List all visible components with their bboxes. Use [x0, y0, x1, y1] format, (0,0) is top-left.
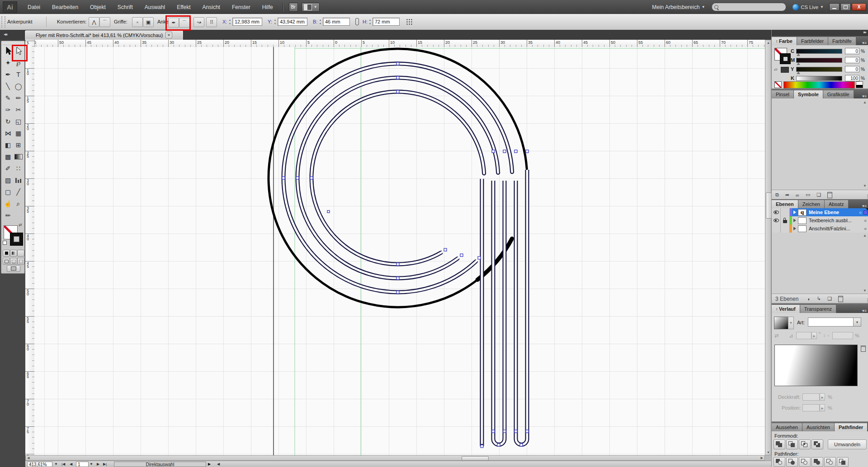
none-mode-button[interactable]	[17, 250, 24, 257]
out-of-gamut-icon[interactable]: ▱	[774, 67, 778, 72]
status-expand-icon[interactable]: ▶	[208, 462, 211, 466]
m-slider[interactable]	[796, 58, 842, 63]
b-stepper[interactable]: ▲▼	[318, 18, 322, 26]
pathfinder-outline-button[interactable]	[824, 457, 836, 467]
make-mask-icon[interactable]: ◐	[807, 296, 811, 302]
close-tab-icon[interactable]: ✕	[165, 32, 172, 38]
pathfinder-divide-button[interactable]	[774, 457, 785, 467]
pathfinder-crop-button[interactable]	[811, 457, 823, 467]
canvas[interactable]	[34, 47, 765, 455]
search-input[interactable]	[712, 3, 786, 11]
workspace-switcher[interactable]: Mein Arbeitsbereich ▼	[652, 4, 705, 10]
show-handles-button[interactable]: ▣	[143, 17, 154, 27]
delete-layer-icon[interactable]	[838, 296, 843, 302]
scissors-tool[interactable]: ✂	[13, 104, 24, 115]
aspect-field[interactable]	[832, 332, 853, 339]
c-slider[interactable]	[796, 49, 842, 54]
scroll-up-icon[interactable]: ▲	[767, 41, 770, 44]
color-mode-button[interactable]	[3, 250, 10, 257]
stroke-proxy-swatch[interactable]	[780, 53, 791, 64]
first-page-icon[interactable]: |◀	[61, 462, 65, 466]
expand-triangle-icon[interactable]	[793, 227, 796, 230]
shape-mode-unite-button[interactable]	[774, 439, 785, 449]
horizontal-scroll-thumb[interactable]	[462, 456, 489, 461]
ellipse-tool[interactable]: ◯	[13, 81, 24, 92]
layer-row[interactable]: q Meine Ebene ○	[772, 208, 868, 217]
minimize-button[interactable]	[829, 3, 840, 11]
default-fill-stroke-icon[interactable]	[3, 241, 7, 245]
shape-mode-minus-front-button[interactable]	[786, 439, 798, 449]
menu-auswahl[interactable]: Auswahl	[139, 0, 171, 14]
target-circle-icon[interactable]: ○	[859, 210, 862, 215]
menu-ansicht[interactable]: Ansicht	[197, 0, 226, 14]
scale-tool[interactable]: ◱	[13, 116, 24, 127]
umwandeln-button[interactable]: Umwandeln	[828, 439, 867, 449]
tab-ausrichten[interactable]: Ausrichten	[802, 423, 835, 431]
k-value[interactable]: 100	[845, 75, 859, 81]
hide-handles-button[interactable]: ▫	[132, 17, 143, 27]
rotate-tool[interactable]: ↻	[3, 116, 13, 127]
swap-fill-stroke-icon[interactable]: ⇄	[19, 223, 22, 227]
c-value[interactable]: 0	[845, 48, 859, 54]
scroll-down-icon[interactable]: ▼	[767, 451, 770, 454]
panel-menu-icon[interactable]: ▾≡	[862, 308, 868, 313]
next-page-icon[interactable]: ▶	[97, 462, 99, 466]
delete-symbol-icon[interactable]	[827, 192, 832, 198]
column-graph-tool[interactable]	[13, 175, 24, 186]
visibility-eye-icon[interactable]	[772, 208, 781, 216]
tab-farbhilfe[interactable]: Farbhilfe	[828, 37, 856, 45]
color-spectrum[interactable]	[783, 81, 855, 89]
layer-main[interactable]: q Meine Ebene ○	[792, 208, 868, 216]
m-value[interactable]: 0	[845, 57, 859, 63]
k-slider[interactable]	[796, 76, 842, 81]
close-button[interactable]: X	[852, 3, 866, 11]
lock-icon[interactable]	[781, 216, 790, 224]
visibility-eye-icon[interactable]	[772, 216, 781, 224]
symbol-sprayer-tool[interactable]: ▨	[3, 175, 13, 186]
status-left-icon[interactable]: ◀	[217, 462, 220, 466]
gradient-tool[interactable]	[13, 151, 24, 162]
layer-row[interactable]: Anschnitt/Falzlini... ○	[772, 224, 868, 233]
menu-effekt[interactable]: Effekt	[171, 0, 196, 14]
page-number-field[interactable]: 1	[76, 462, 89, 467]
angle-field[interactable]	[796, 332, 811, 339]
menu-datei[interactable]: Datei	[22, 0, 46, 14]
zoom-dropdown-icon[interactable]: ▼	[54, 462, 58, 466]
b-field[interactable]: 46 mm	[323, 18, 350, 26]
collapse-dock-icon[interactable]: ▸▸	[863, 30, 866, 34]
expand-triangle-icon[interactable]	[793, 210, 796, 214]
y-value[interactable]: 0	[845, 66, 859, 72]
spectrum-bw-swatch[interactable]	[856, 81, 863, 88]
tab-transparenz[interactable]: Transparenz	[800, 305, 836, 313]
lock-toggle[interactable]	[781, 224, 790, 233]
tab-ebenen[interactable]: Ebenen	[772, 200, 798, 208]
tab-aussehen[interactable]: Aussehen	[772, 423, 802, 431]
isolate-selected-button[interactable]: ⠿	[206, 17, 217, 27]
zoom-tool[interactable]: ⌕	[13, 198, 24, 209]
gradient-thumbnail[interactable]	[774, 317, 788, 329]
vertical-scrollbar[interactable]: ▲ ▼	[765, 40, 771, 455]
eyedropper-tool[interactable]: ✐	[3, 163, 13, 174]
new-symbol-icon[interactable]: ❏	[816, 192, 821, 198]
vertical-ruler[interactable]: 51 01 52 02 53 03 54 04 55 05 56 06 57 0…	[25, 40, 35, 455]
y-stepper[interactable]: ▲▼	[273, 18, 277, 26]
line-tool[interactable]: ╲	[3, 81, 13, 92]
gradient-slider-preview[interactable]	[774, 345, 858, 386]
scroll-up-icon[interactable]: ▲	[863, 234, 867, 238]
page-dropdown-icon[interactable]: ▼	[90, 462, 93, 466]
reverse-gradient-icon[interactable]: ⇄	[774, 333, 778, 339]
symbol-libraries-icon[interactable]: ⧉	[775, 192, 779, 198]
last-page-icon[interactable]: ▶|	[103, 462, 107, 466]
place-symbol-icon[interactable]: ➦	[785, 192, 789, 198]
tab-pinsel[interactable]: Pinsel	[772, 90, 794, 98]
mesh-tool[interactable]: ▩	[3, 151, 13, 162]
new-layer-icon[interactable]: ❏	[827, 296, 832, 302]
pathfinder-trim-button[interactable]	[786, 457, 798, 467]
tab-farbe[interactable]: ↕Farbe	[772, 37, 797, 45]
tab-zeichen[interactable]: Zeichen	[798, 200, 825, 208]
h-field[interactable]: 72 mm	[373, 18, 400, 26]
y-field[interactable]: 43,942 mm	[278, 18, 307, 26]
x-field[interactable]: 12,983 mm	[232, 18, 262, 26]
break-link-icon[interactable]: ∞	[796, 192, 799, 198]
convert-smooth-button[interactable]: ⌒	[99, 17, 110, 27]
